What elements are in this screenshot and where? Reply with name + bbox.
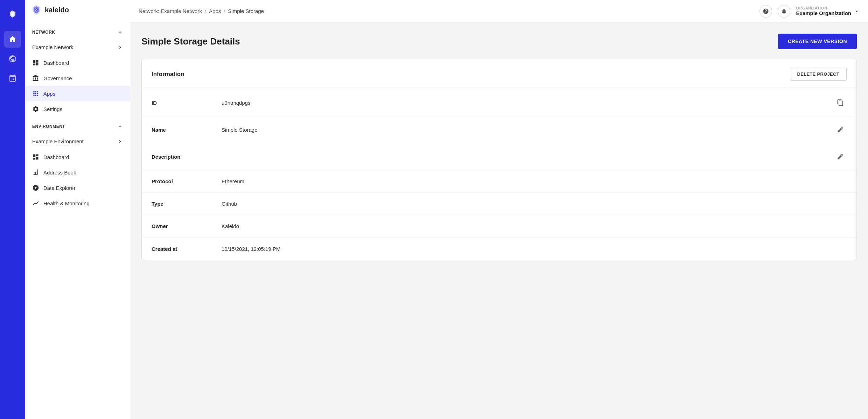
main-panel: Network: Example Network / Apps / Simple… (130, 0, 868, 419)
create-new-version-button[interactable]: CREATE NEW VERSION (778, 34, 857, 49)
delete-project-button[interactable]: DELETE PROJECT (790, 68, 847, 81)
sidebar-item-data-explorer[interactable]: Data Explorer (25, 180, 130, 195)
sidebar-item-address-book[interactable]: Address Book (25, 165, 130, 180)
sidebar-item-health-monitoring[interactable]: Health & Monitoring (25, 195, 130, 211)
data-explorer-icon (32, 184, 39, 191)
settings-icon (32, 105, 39, 112)
nav-sidebar: kaleido NETWORK Example Network Dashboar… (25, 0, 130, 419)
apps-icon (32, 90, 39, 97)
chevron-right-env-icon (117, 139, 123, 144)
chevron-right-icon (117, 44, 123, 50)
svg-point-0 (12, 13, 14, 15)
org-name: Example Organization (796, 10, 851, 16)
info-row-id: ID u0ntmqdpgs (142, 89, 856, 116)
dashboard-icon (32, 59, 39, 66)
breadcrumb-network[interactable]: Network: Example Network (139, 8, 202, 14)
address-book-icon (32, 169, 39, 176)
breadcrumb-current: Simple Storage (228, 8, 264, 14)
breadcrumb-apps[interactable]: Apps (209, 8, 221, 14)
card-section-title: Information (152, 71, 184, 78)
sidebar-item-settings[interactable]: Settings (25, 101, 130, 117)
info-value-id: u0ntmqdpgs (222, 100, 834, 106)
info-value-created-at: 10/15/2021, 12:05:19 PM (222, 246, 847, 252)
chevron-up-icon-env (117, 124, 123, 129)
org-dropdown-icon (854, 8, 860, 14)
globe-nav-icon[interactable] (4, 50, 21, 67)
info-value-owner: Kaleido (222, 223, 847, 229)
sidebar-item-governance[interactable]: Governance (25, 70, 130, 86)
governance-icon (32, 75, 39, 82)
page-title: Simple Storage Details (141, 36, 240, 47)
content-area: Simple Storage Details CREATE NEW VERSIO… (130, 22, 868, 419)
info-row-owner: Owner Kaleido (142, 215, 856, 238)
copy-icon (837, 99, 844, 106)
breadcrumb: Network: Example Network / Apps / Simple… (139, 8, 264, 14)
brand-logo: kaleido (25, 0, 130, 22)
org-label: ORGANIZATION (796, 6, 851, 10)
info-value-type: Github (222, 201, 847, 207)
info-value-name: Simple Storage (222, 127, 834, 133)
edit-icon (837, 126, 844, 133)
info-row-type: Type Github (142, 193, 856, 215)
sidebar-item-dashboard-env[interactable]: Dashboard (25, 149, 130, 165)
help-icon-btn[interactable] (760, 5, 772, 18)
network-nav-icon[interactable] (4, 70, 21, 87)
topbar-right: ORGANIZATION Example Organization (760, 5, 860, 18)
info-value-protocol: Ethereum (222, 178, 847, 184)
monitoring-icon (32, 200, 39, 207)
logo-area (4, 6, 21, 22)
edit-desc-icon (837, 153, 844, 160)
info-row-description: Description (142, 143, 856, 170)
icon-sidebar (0, 0, 25, 419)
topbar: Network: Example Network / Apps / Simple… (130, 0, 868, 22)
chevron-up-icon (117, 29, 123, 35)
sidebar-item-dashboard-network[interactable]: Dashboard (25, 55, 130, 70)
edit-name-button[interactable] (834, 123, 847, 136)
page-header: Simple Storage Details CREATE NEW VERSIO… (141, 34, 857, 49)
notification-icon-btn[interactable] (778, 5, 790, 18)
info-row-protocol: Protocol Ethereum (142, 170, 856, 193)
edit-description-button[interactable] (834, 150, 847, 163)
card-header: Information DELETE PROJECT (142, 59, 856, 89)
info-row-name: Name Simple Storage (142, 116, 856, 143)
sidebar-item-example-environment[interactable]: Example Environment (25, 133, 130, 149)
info-row-created-at: Created at 10/15/2021, 12:05:19 PM (142, 238, 856, 260)
org-selector[interactable]: ORGANIZATION Example Organization (796, 6, 860, 16)
environment-section-header: ENVIRONMENT (25, 117, 130, 133)
sidebar-item-example-network[interactable]: Example Network (25, 39, 130, 55)
copy-id-button[interactable] (834, 96, 847, 109)
brand-name: kaleido (45, 6, 69, 14)
breadcrumb-sep1: / (205, 8, 206, 14)
info-card: Information DELETE PROJECT ID u0ntmqdpgs… (141, 59, 857, 260)
sidebar-item-apps[interactable]: Apps (25, 86, 130, 101)
breadcrumb-sep2: / (224, 8, 225, 14)
dashboard-env-icon (32, 153, 39, 160)
logo-icon[interactable] (4, 6, 21, 22)
home-nav-icon[interactable] (4, 31, 21, 48)
network-section-header: NETWORK (25, 22, 130, 39)
